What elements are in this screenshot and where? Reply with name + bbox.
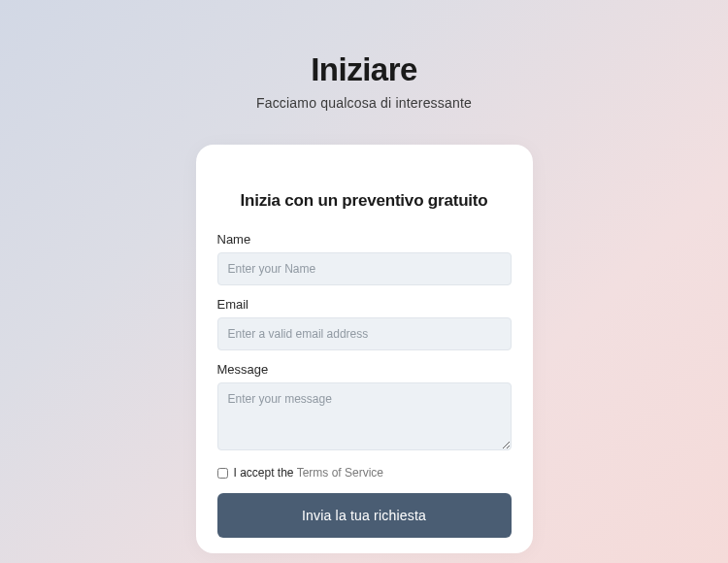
- terms-accept-text: I accept the: [234, 466, 297, 480]
- email-field-group: Email: [217, 297, 512, 350]
- name-field-group: Name: [217, 232, 512, 285]
- form-title: Inizia con un preventivo gratuito: [217, 191, 512, 211]
- submit-button[interactable]: Invia la tua richiesta: [217, 493, 512, 538]
- name-input[interactable]: [217, 252, 512, 285]
- message-field-group: Message: [217, 362, 512, 454]
- terms-label: I accept the Terms of Service: [234, 466, 384, 480]
- email-input[interactable]: [217, 317, 512, 350]
- terms-row: I accept the Terms of Service: [217, 466, 512, 480]
- page-title: Iniziare: [311, 51, 417, 88]
- form-card: Inizia con un preventivo gratuito Name E…: [196, 145, 533, 553]
- page-subtitle: Facciamo qualcosa di interessante: [256, 95, 472, 111]
- page-container: Iniziare Facciamo qualcosa di interessan…: [0, 0, 728, 553]
- message-input[interactable]: [217, 382, 512, 450]
- message-label: Message: [217, 362, 512, 377]
- terms-link[interactable]: Terms of Service: [297, 466, 383, 480]
- terms-checkbox[interactable]: [217, 468, 228, 479]
- name-label: Name: [217, 232, 512, 247]
- email-label: Email: [217, 297, 512, 312]
